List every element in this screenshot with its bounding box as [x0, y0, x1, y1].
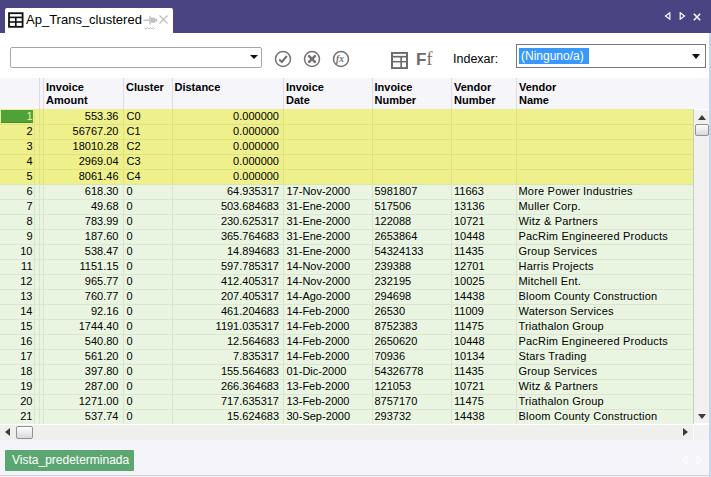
svg-text:fx: fx — [336, 54, 344, 64]
